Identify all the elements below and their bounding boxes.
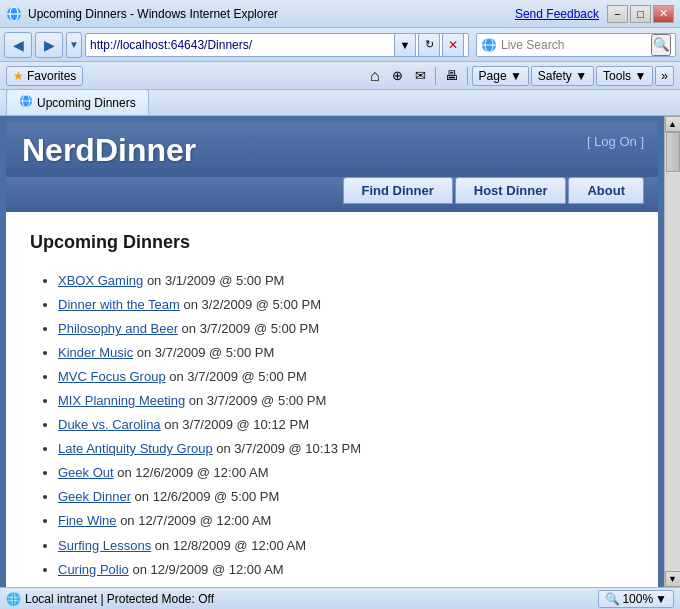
nav-buttons: Find Dinner Host Dinner About [6,177,658,212]
list-item: Curing Polio on 12/9/2009 @ 12:00 AM [58,558,634,582]
forward-button[interactable]: ▶ [35,32,63,58]
zoom-button[interactable]: 🔍 100% ▼ [598,590,674,608]
page-inner: NerdDinner [ Log On ] Find Dinner Host D… [6,122,658,587]
star-icon: ★ [13,69,24,83]
search-bar[interactable]: Live Search 🔍 [476,33,676,57]
restore-button[interactable]: □ [630,5,651,23]
dinner-link[interactable]: Curing Polio [58,562,129,577]
tools-menu-button[interactable]: Tools ▼ [596,66,653,86]
send-feedback-link[interactable]: Send Feedback [515,7,599,21]
scrollbar[interactable]: ▲ ▼ [664,116,680,587]
dinner-link[interactable]: Surfing Lessons [58,538,151,553]
site-title: NerdDinner [22,132,196,168]
log-on-link[interactable]: Log On [594,134,637,149]
list-item: MVC Focus Group on 3/7/2009 @ 5:00 PM [58,365,634,389]
list-item: Philosophy and Beer on 3/7/2009 @ 5:00 P… [58,317,634,341]
zoom-level: 100% [622,592,653,606]
close-button[interactable]: ✕ [653,5,674,23]
page-menu-button[interactable]: Page ▼ [472,66,529,86]
tab-label: Upcoming Dinners [37,96,136,110]
zone-text: Local intranet | Protected Mode: Off [25,592,214,606]
dinner-link[interactable]: Geek Dinner [58,489,131,504]
safety-menu-button[interactable]: Safety ▼ [531,66,594,86]
dinner-link[interactable]: Late Antiquity Study Group [58,441,213,456]
minimize-button[interactable]: − [607,5,628,23]
list-item: XBOX Gaming on 3/1/2009 @ 5:00 PM [58,269,634,293]
dinner-link[interactable]: MIX Planning Meeting [58,393,185,408]
dinner-detail: on 12/9/2009 @ 12:00 AM [129,562,284,577]
address-dropdown-button[interactable]: ▼ [394,33,416,57]
content-area: Upcoming Dinners XBOX Gaming on 3/1/2009… [6,212,658,587]
feeds-button[interactable]: ⊕ [387,66,408,85]
dinner-link[interactable]: MVC Focus Group [58,369,166,384]
page-wrapper: NerdDinner [ Log On ] Find Dinner Host D… [0,116,664,587]
scroll-track[interactable] [665,132,680,571]
window-title: Upcoming Dinners - Windows Internet Expl… [28,7,515,21]
more-button[interactable]: » [655,66,674,86]
dinner-detail: on 3/2/2009 @ 5:00 PM [180,297,321,312]
address-text: http://localhost:64643/Dinners/ [90,38,391,52]
about-button[interactable]: About [568,177,644,204]
host-dinner-button[interactable]: Host Dinner [455,177,567,204]
zoom-icon: 🔍 [605,592,620,606]
page-heading: Upcoming Dinners [30,232,634,253]
dinner-link[interactable]: Fine Wine [58,513,117,528]
tab-bar: Upcoming Dinners [0,90,680,116]
status-left: 🌐 Local intranet | Protected Mode: Off [6,592,598,606]
active-tab[interactable]: Upcoming Dinners [6,89,149,115]
zoom-dropdown-icon: ▼ [655,592,667,606]
site-header: NerdDinner [ Log On ] [6,122,658,177]
stop-button[interactable]: ✕ [442,33,464,57]
scroll-thumb[interactable] [666,132,680,172]
address-bar[interactable]: http://localhost:64643/Dinners/ ▼ ↻ ✕ [85,33,469,57]
favorites-label: Favorites [27,69,76,83]
print-button[interactable]: 🖶 [440,66,463,85]
dinner-detail: on 3/7/2009 @ 5:00 PM [166,369,307,384]
list-item: Duke vs. Carolina on 3/7/2009 @ 10:12 PM [58,413,634,437]
list-item: Geek Out on 12/6/2009 @ 12:00 AM [58,461,634,485]
search-button[interactable]: 🔍 [651,34,671,56]
globe-icon: 🌐 [6,592,21,606]
dinner-detail: on 12/8/2009 @ 12:00 AM [151,538,306,553]
favorites-button[interactable]: ★ Favorites [6,66,83,86]
list-item: Surfing Lessons on 12/8/2009 @ 12:00 AM [58,534,634,558]
dinner-link[interactable]: Kinder Music [58,345,133,360]
list-item: Late Antiquity Study Group on 3/7/2009 @… [58,437,634,461]
nav-bar: ◀ ▶ ▼ http://localhost:64643/Dinners/ ▼ … [0,28,680,62]
dinner-link[interactable]: XBOX Gaming [58,273,143,288]
dinner-detail: on 3/7/2009 @ 10:12 PM [161,417,309,432]
toolbar-area: ⌂ ⊕ ✉ 🖶 Page ▼ Safety ▼ Tools ▼ » [87,65,674,87]
separator [435,67,436,85]
refresh-button[interactable]: ↻ [418,33,440,57]
list-item: MIX Planning Meeting on 3/7/2009 @ 5:00 … [58,389,634,413]
list-item: Fine Wine on 12/7/2009 @ 12:00 AM [58,509,634,533]
search-placeholder: Live Search [501,38,651,52]
browser-body: NerdDinner [ Log On ] Find Dinner Host D… [0,116,680,587]
nav-dropdown-button[interactable]: ▼ [66,32,82,58]
home-button[interactable]: ⌂ [365,65,385,87]
list-item: Geek Dinner on 12/6/2009 @ 5:00 PM [58,485,634,509]
log-on-area: [ Log On ] [587,134,644,149]
dinner-detail: on 3/7/2009 @ 5:00 PM [178,321,319,336]
dinner-link[interactable]: Dinner with the Team [58,297,180,312]
dinner-detail: on 12/6/2009 @ 5:00 PM [131,489,279,504]
scroll-up-button[interactable]: ▲ [665,116,681,132]
dinner-detail: on 3/7/2009 @ 5:00 PM [185,393,326,408]
dinner-link[interactable]: Duke vs. Carolina [58,417,161,432]
dinner-detail: on 3/7/2009 @ 10:13 PM [213,441,361,456]
dinner-detail: on 3/7/2009 @ 5:00 PM [133,345,274,360]
scroll-down-button[interactable]: ▼ [665,571,681,587]
dinner-link[interactable]: Geek Out [58,465,114,480]
email-button[interactable]: ✉ [410,66,431,85]
find-dinner-button[interactable]: Find Dinner [343,177,453,204]
search-logo-icon [481,37,497,53]
list-item: Kinder Music on 3/7/2009 @ 5:00 PM [58,341,634,365]
status-bar: 🌐 Local intranet | Protected Mode: Off 🔍… [0,587,680,609]
dinner-detail: on 12/7/2009 @ 12:00 AM [117,513,272,528]
title-bar: Upcoming Dinners - Windows Internet Expl… [0,0,680,28]
dinner-detail: on 12/6/2009 @ 12:00 AM [114,465,269,480]
back-button[interactable]: ◀ [4,32,32,58]
address-icons: ▼ ↻ ✕ [394,33,464,57]
dinner-link[interactable]: Philosophy and Beer [58,321,178,336]
favorites-bar: ★ Favorites ⌂ ⊕ ✉ 🖶 Page ▼ Safety ▼ Tool… [0,62,680,90]
